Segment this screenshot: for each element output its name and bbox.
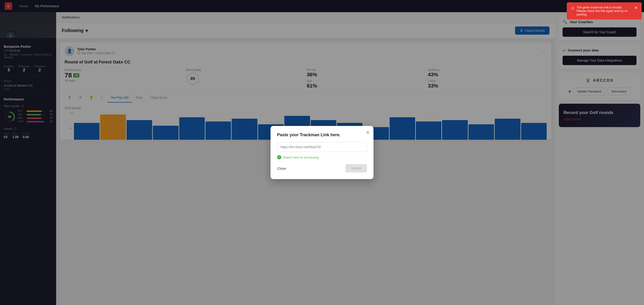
modal-submit-button[interactable]: Submit [346, 164, 367, 172]
trackman-link-input[interactable] [277, 142, 367, 152]
modal-overlay[interactable]: Paste your Trackman Link here. ✕ ✓ Repor… [0, 0, 644, 305]
success-text: Report sent for processing [283, 156, 319, 159]
modal-close-button[interactable]: Close [277, 166, 286, 170]
modal-close-x-button[interactable]: ✕ [366, 130, 370, 135]
success-check-icon: ✓ [277, 155, 281, 160]
modal-title: Paste your Trackman Link here. [277, 132, 367, 138]
modal-success-message: ✓ Report sent for processing [277, 155, 367, 160]
warning-icon: ⚠ [571, 6, 574, 10]
modal-actions: Close Submit [277, 164, 367, 172]
toast-close-button[interactable]: ✕ [634, 6, 638, 10]
error-toast: ⚠ The given trackman link is invalid. Pl… [567, 2, 642, 20]
trackman-modal: Paste your Trackman Link here. ✕ ✓ Repor… [270, 126, 374, 179]
toast-message: The given trackman link is invalid. Plea… [576, 6, 632, 16]
